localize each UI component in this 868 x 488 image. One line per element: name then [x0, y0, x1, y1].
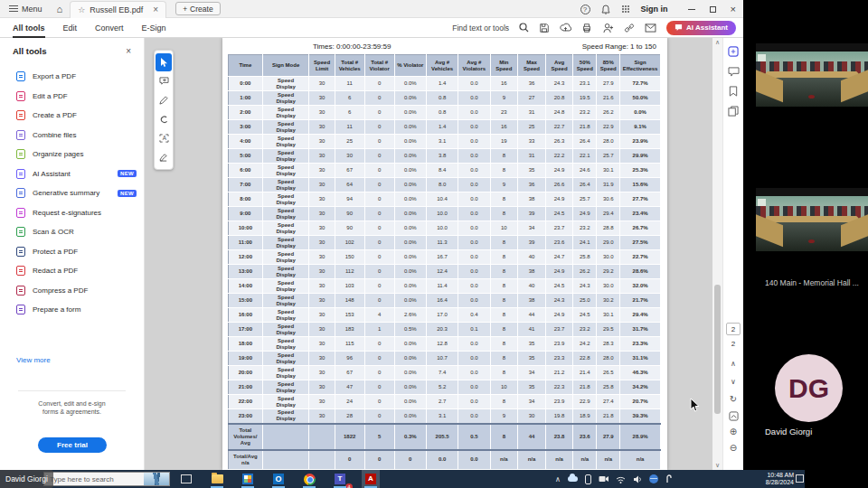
view-more-link[interactable]: View more — [16, 356, 51, 364]
tab-edit[interactable]: Edit — [63, 20, 78, 36]
refresh-icon[interactable]: ↻ — [723, 394, 743, 404]
tab-close-icon[interactable]: × — [153, 5, 158, 14]
highlight-tool-button[interactable] — [156, 110, 172, 128]
tool-item[interactable]: Redact a PDF — [0, 261, 144, 281]
table-cell: 30 — [309, 409, 335, 424]
print-icon[interactable] — [581, 23, 592, 33]
action-center-icon[interactable] — [796, 474, 804, 483]
tool-label: Prepare a form — [33, 305, 80, 314]
speaker-icon[interactable] — [633, 475, 642, 483]
tray-expand-icon[interactable]: ∧ — [555, 475, 561, 483]
previous-page-icon[interactable]: ∧ — [723, 360, 743, 368]
tab-all-tools[interactable]: All tools — [13, 20, 45, 36]
clock-date: 8/28/2024 — [747, 479, 794, 486]
sign-tool-button[interactable] — [156, 148, 172, 166]
acrobat-button[interactable]: A — [362, 470, 380, 488]
zoom-out-icon[interactable]: ⊖ — [723, 443, 743, 453]
save-icon[interactable] — [539, 23, 550, 33]
snapshot-icon[interactable] — [723, 411, 743, 421]
photos-app-button[interactable] — [239, 470, 257, 488]
file-explorer-button[interactable] — [208, 470, 226, 488]
table-cell: n/a — [620, 450, 661, 470]
network-icon[interactable] — [616, 475, 626, 483]
tool-item[interactable]: Scan & OCR — [0, 222, 144, 242]
add-user-icon[interactable] — [602, 23, 614, 33]
table-cell: 44 — [518, 424, 546, 450]
taskbar-clock[interactable]: 10:48 AM 8/28/2024 — [747, 472, 794, 486]
tool-item[interactable]: Create a PDF — [0, 106, 144, 126]
tool-item[interactable]: AI AssistantNEW — [0, 164, 144, 184]
all-tools-panel: All tools × Export a PDFEdit a PDFCreate… — [0, 38, 145, 470]
tool-item[interactable]: Generative summaryNEW — [0, 183, 144, 203]
camera-icon[interactable] — [599, 475, 609, 483]
chrome-button[interactable] — [300, 470, 318, 488]
onedrive-icon[interactable] — [568, 476, 578, 482]
maximize-button[interactable] — [710, 6, 716, 13]
search-icon[interactable] — [519, 23, 529, 33]
rail-ai-assistant-icon[interactable] — [727, 45, 740, 58]
tool-label: AI Assistant — [33, 170, 71, 178]
rail-bookmarks-icon[interactable] — [727, 85, 740, 98]
page-number-input[interactable]: 2 — [726, 323, 741, 335]
phone-icon[interactable] — [585, 474, 591, 484]
participant-avatar[interactable]: DG — [775, 354, 843, 422]
tool-item[interactable]: Request e-signatures — [0, 203, 144, 223]
panel-close-icon[interactable]: × — [126, 46, 131, 56]
room-camera-feed-1[interactable] — [756, 43, 868, 107]
scrollbar-thumb[interactable] — [714, 285, 721, 414]
outlook-button[interactable]: O — [269, 470, 288, 488]
tab-esign[interactable]: E-Sign — [142, 20, 166, 36]
close-button[interactable]: × — [731, 5, 736, 13]
find-tools-label[interactable]: Find text or tools — [452, 23, 509, 33]
rail-pages-icon[interactable] — [727, 105, 740, 117]
teams-button[interactable]: T 4 — [331, 470, 349, 488]
tool-item[interactable]: Combine files — [0, 126, 144, 145]
create-button[interactable]: + Create — [175, 2, 220, 15]
tool-item[interactable]: Protect a PDF — [0, 242, 144, 262]
task-view-button[interactable] — [177, 470, 195, 488]
home-icon[interactable]: ⌂ — [50, 4, 71, 14]
table-cell: 30 — [309, 164, 335, 178]
table-cell: 0.0% — [394, 106, 426, 120]
ai-assistant-button[interactable]: AI Assistant — [666, 21, 736, 35]
sign-in-button[interactable]: Sign in — [641, 5, 668, 14]
scroll-up-icon[interactable]: ∧ — [712, 39, 722, 46]
apps-grid-icon[interactable] — [621, 5, 630, 14]
new-badge: NEW — [118, 190, 137, 197]
table-cell: 0.0 — [458, 106, 490, 120]
share-upload-icon[interactable] — [560, 23, 571, 33]
document-tab[interactable]: ☆ Russell EB.pdf × — [70, 1, 166, 18]
zoom-in-icon[interactable]: ⊕ — [723, 427, 743, 436]
table-cell: 0.0% — [394, 395, 426, 409]
table-cell: 0.0 — [458, 236, 490, 250]
table-cell: 0.0% — [394, 178, 426, 192]
minimize-button[interactable] — [688, 9, 695, 10]
select-tool-button[interactable] — [156, 53, 172, 71]
bell-icon[interactable] — [601, 5, 610, 14]
rail-comments-icon[interactable] — [727, 65, 740, 78]
taskbar-search-input[interactable]: Type here to search — [43, 472, 170, 486]
tool-item[interactable]: Export a PDF — [0, 67, 144, 87]
tool-item[interactable]: Organize pages — [0, 145, 144, 164]
tool-item[interactable]: Compress a PDF — [0, 281, 144, 301]
draw-tool-button[interactable] — [156, 91, 172, 109]
tab-convert[interactable]: Convert — [95, 20, 124, 36]
tool-item[interactable]: Prepare a form — [0, 300, 144, 320]
recognize-text-button[interactable]: A — [156, 129, 172, 147]
comment-tool-button[interactable] — [156, 72, 172, 90]
email-icon[interactable] — [645, 23, 656, 33]
tool-item[interactable]: Edit a PDF — [0, 87, 144, 107]
star-icon[interactable]: ☆ — [78, 5, 85, 14]
free-trial-button[interactable]: Free trial — [38, 437, 107, 453]
scroll-down-icon[interactable]: ∨ — [712, 462, 722, 469]
next-page-icon[interactable]: ∨ — [723, 378, 743, 386]
table-cell: 24.9 — [573, 207, 597, 221]
usb-device-icon[interactable] — [665, 474, 673, 483]
vertical-scrollbar[interactable]: ∧ ∨ — [712, 38, 722, 470]
help-icon[interactable]: ? — [580, 5, 590, 14]
table-cell: 30.0 — [597, 250, 620, 265]
menu-button[interactable]: Menu — [0, 5, 50, 14]
globe-network-icon[interactable] — [649, 474, 658, 483]
room-camera-feed-2[interactable] — [756, 188, 868, 251]
link-icon[interactable] — [624, 23, 635, 33]
